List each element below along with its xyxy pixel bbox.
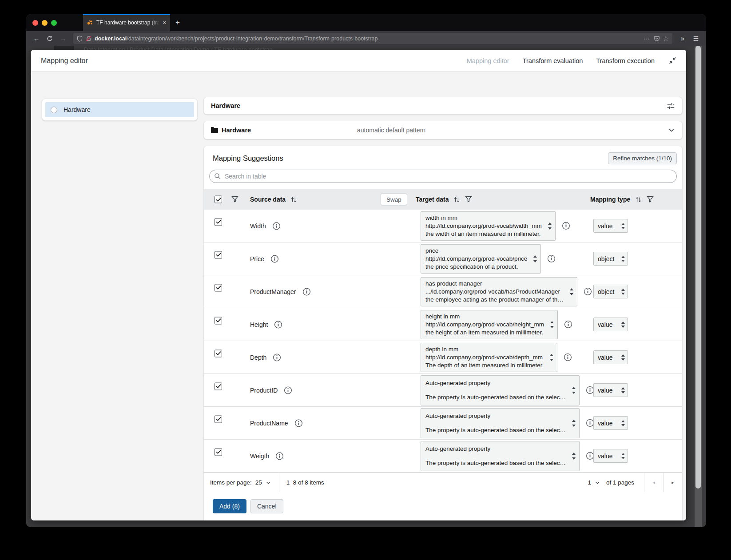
info-icon[interactable] [272, 222, 281, 230]
mapping-type-select[interactable]: value [593, 416, 628, 430]
stepper-icon[interactable] [621, 387, 625, 393]
info-icon[interactable] [273, 353, 281, 361]
maximize-window-button[interactable] [51, 20, 57, 26]
target-data-select[interactable]: height in mm http://ld.company.org/prod-… [421, 310, 558, 339]
stepper-icon[interactable] [621, 420, 625, 426]
select-all-checkbox[interactable] [215, 196, 222, 203]
next-page-button[interactable]: ▸ [663, 473, 682, 492]
target-data-select[interactable]: depth in mm http://ld.company.org/prod-v… [421, 342, 557, 372]
source-label: Weigth [250, 453, 269, 460]
row-checkbox[interactable] [215, 350, 222, 357]
row-checkbox[interactable] [215, 317, 222, 324]
row-checkbox[interactable] [215, 251, 222, 258]
sort-icon[interactable] [635, 196, 642, 203]
settings-adjust-icon[interactable] [667, 102, 675, 110]
info-icon[interactable] [564, 320, 572, 329]
reload-button[interactable] [44, 36, 56, 42]
stepper-icon[interactable] [572, 387, 576, 394]
add-button[interactable]: Add (8) [213, 499, 246, 513]
url-bar[interactable]: docker.local/dataintegration/workbench/p… [73, 33, 672, 44]
tracking-protection-shield-icon[interactable] [77, 36, 83, 42]
back-button[interactable]: ← [31, 35, 42, 42]
row-checkbox[interactable] [215, 382, 222, 390]
stepper-icon[interactable] [621, 322, 625, 328]
insecure-lock-icon[interactable] [86, 36, 91, 42]
info-icon[interactable] [547, 254, 556, 263]
items-per-page-select[interactable]: Items per page: 25 [204, 473, 279, 492]
info-icon[interactable] [274, 320, 282, 329]
main-panel: Hardware Hardware auto [203, 97, 683, 520]
stepper-icon[interactable] [570, 288, 573, 295]
row-checkbox[interactable] [215, 218, 222, 226]
target-filter-icon[interactable] [465, 196, 472, 203]
target-data-select[interactable]: width in mm http://ld.company.org/prod-v… [421, 211, 556, 240]
tab-close-icon[interactable]: ✕ [163, 20, 167, 26]
mapping-filter-icon[interactable] [647, 196, 654, 203]
page-select[interactable]: 1 [581, 479, 606, 486]
forward-button[interactable]: → [57, 35, 69, 42]
mapping-type-select[interactable]: value [593, 219, 628, 233]
url-text: docker.local/dataintegration/workbench/p… [95, 36, 641, 42]
info-icon[interactable] [584, 287, 592, 296]
mapping-type-select[interactable]: value [593, 318, 628, 331]
stepper-icon[interactable] [572, 420, 576, 427]
target-data-select[interactable]: Auto-generated property The property is … [421, 441, 580, 471]
stepper-icon[interactable] [621, 256, 625, 262]
overflow-menu-icon[interactable]: » [677, 35, 688, 43]
tab-transform-evaluation[interactable]: Transform evaluation [523, 57, 583, 64]
stepper-icon[interactable] [621, 289, 625, 295]
target-data-select[interactable]: Auto-generated property The property is … [421, 375, 580, 405]
info-icon[interactable] [275, 452, 284, 460]
stepper-icon[interactable] [621, 453, 625, 459]
tab-transform-execution[interactable]: Transform execution [596, 57, 655, 64]
pattern-row-card[interactable]: Hardware automatic default pattern [203, 121, 683, 139]
stepper-icon[interactable] [550, 353, 553, 361]
target-data-select[interactable]: price http://ld.company.org/prod-vocab/p… [421, 244, 541, 273]
info-icon[interactable] [562, 222, 570, 230]
mapping-type-select[interactable]: value [593, 350, 628, 364]
radio-icon[interactable] [51, 107, 57, 113]
mapping-type-select[interactable]: value [593, 449, 628, 463]
chevron-down-icon[interactable] [668, 127, 675, 134]
sidebar-item-hardware[interactable]: Hardware [45, 102, 194, 117]
hamburger-menu-icon[interactable]: ☰ [690, 35, 702, 42]
previous-page-button[interactable]: ◂ [644, 473, 663, 492]
refine-matches-button[interactable]: Refine matches (1/10) [608, 152, 677, 164]
sort-icon[interactable] [453, 196, 461, 203]
target-data-select[interactable]: Auto-generated property The property is … [421, 408, 580, 438]
row-checkbox[interactable] [215, 415, 222, 423]
bookmark-star-icon[interactable]: ☆ [663, 35, 669, 43]
stepper-icon[interactable] [572, 453, 576, 460]
close-window-button[interactable] [32, 20, 38, 26]
source-filter-icon[interactable] [231, 196, 238, 203]
row-checkbox[interactable] [215, 448, 222, 456]
stepper-icon[interactable] [548, 222, 552, 229]
mapping-type-select[interactable]: object [593, 252, 628, 266]
stepper-icon[interactable] [621, 354, 625, 361]
stepper-icon[interactable] [621, 223, 625, 229]
swap-button[interactable]: Swap [381, 194, 407, 206]
collapse-modal-icon[interactable] [669, 57, 676, 64]
stepper-icon[interactable] [533, 255, 537, 262]
scrollbar-thumb[interactable] [695, 46, 701, 489]
cancel-button[interactable]: Cancel [250, 499, 283, 513]
page-scrollbar[interactable] [695, 46, 702, 527]
target-data-select[interactable]: has product manager .../ld.company.org/p… [421, 277, 577, 306]
page-actions-icon[interactable]: ⋯ [644, 35, 651, 42]
info-icon[interactable] [564, 353, 572, 361]
mapping-type-select[interactable]: value [593, 383, 628, 397]
pocket-icon[interactable] [654, 36, 660, 42]
search-input[interactable] [209, 170, 677, 183]
table-row: Price price http://ld.company.org/prod-v… [204, 242, 682, 275]
info-icon[interactable] [284, 386, 292, 394]
info-icon[interactable] [270, 254, 279, 263]
minimize-window-button[interactable] [42, 20, 48, 26]
info-icon[interactable] [294, 419, 303, 427]
row-checkbox[interactable] [215, 284, 222, 291]
mapping-type-select[interactable]: object [593, 285, 628, 298]
sort-icon[interactable] [290, 196, 298, 203]
info-icon[interactable] [302, 287, 311, 296]
browser-tab[interactable]: TF hardware bootstrap (transfo ✕ [83, 14, 170, 31]
new-tab-button[interactable]: + [170, 14, 185, 31]
stepper-icon[interactable] [550, 321, 554, 328]
